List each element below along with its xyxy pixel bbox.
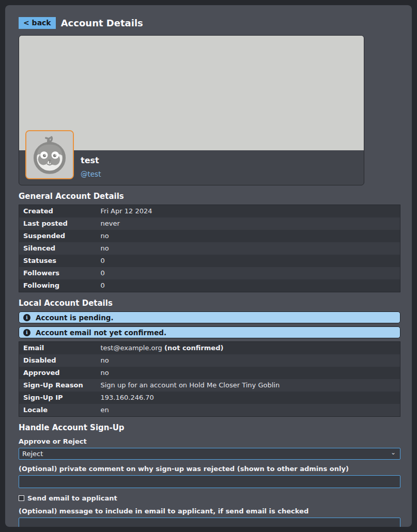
table-row: Created Fri Apr 12 2024 — [19, 205, 400, 218]
row-value: no — [97, 242, 400, 255]
titlebar: < back Account Details — [19, 17, 398, 29]
table-row: Following 0 — [19, 279, 400, 292]
row-value: Fri Apr 12 2024 — [97, 205, 400, 218]
table-row: Suspended no — [19, 230, 400, 242]
notice-email-unconfirmed: i Account email not yet confirmed. — [19, 326, 400, 338]
row-label: Statuses — [19, 255, 97, 267]
table-row: Silenced no — [19, 242, 400, 255]
signup-section-heading: Handle Account Sign-Up — [19, 423, 398, 432]
notice-text: Account is pending. — [36, 314, 114, 322]
table-row: Sign-Up IP 193.160.246.70 — [19, 392, 400, 404]
row-label: Suspended — [19, 230, 97, 242]
local-section-heading: Local Account Details — [19, 299, 398, 308]
row-value: never — [97, 217, 400, 230]
table-row: Followers 0 — [19, 267, 400, 279]
notice-text: Account email not yet confirmed. — [36, 328, 166, 337]
local-account-table: Email test@example.org (not confirmed) D… — [19, 341, 400, 417]
general-account-table: Created Fri Apr 12 2024 Last posted neve… — [19, 205, 400, 292]
table-row: Email test@example.org (not confirmed) — [19, 342, 400, 355]
row-value: test@example.org (not confirmed) — [97, 342, 400, 355]
row-label: Created — [19, 205, 97, 218]
email-message-input[interactable] — [19, 518, 400, 527]
row-label: Approved — [19, 367, 97, 379]
account-handle[interactable]: @test — [81, 170, 364, 178]
page-title: Account Details — [61, 18, 143, 28]
notice-account-pending: i Account is pending. — [19, 311, 400, 323]
not-confirmed-flag: (not confirmed) — [164, 344, 223, 352]
row-label: Last posted — [19, 217, 97, 230]
row-value: no — [97, 354, 400, 367]
approve-or-reject-label: Approve or Reject — [19, 437, 398, 445]
row-value: no — [97, 367, 400, 379]
sloth-avatar-icon — [26, 131, 73, 178]
private-comment-label: (Optional) private comment on why sign-u… — [19, 465, 398, 473]
row-value: no — [97, 230, 400, 242]
send-email-row: Send email to applicant — [19, 494, 398, 502]
info-icon: i — [23, 329, 30, 336]
table-row: Sign-Up Reason Sign up for an account on… — [19, 379, 400, 392]
approve-or-reject-select[interactable]: Reject — [19, 448, 400, 460]
row-value: 0 — [97, 255, 400, 267]
general-section-heading: General Account Details — [19, 192, 398, 201]
display-name: test — [81, 155, 364, 165]
back-button[interactable]: < back — [19, 17, 56, 29]
row-label: Disabled — [19, 354, 97, 367]
row-value: Sign up for an account on Hold Me Closer… — [97, 379, 400, 392]
send-email-label: Send email to applicant — [27, 494, 117, 502]
table-row: Locale en — [19, 404, 400, 417]
row-label: Sign-Up Reason — [19, 379, 97, 392]
avatar[interactable] — [25, 130, 74, 179]
table-row: Statuses 0 — [19, 255, 400, 267]
table-row: Approved no — [19, 367, 400, 379]
email-message-label: (Optional) message to include in email t… — [19, 507, 398, 515]
send-email-checkbox[interactable] — [19, 495, 24, 501]
row-value: 0 — [97, 279, 400, 292]
table-row: Last posted never — [19, 217, 400, 230]
row-label: Followers — [19, 267, 97, 279]
row-value: en — [97, 404, 400, 417]
account-details-panel: < back Account Details — [5, 5, 412, 527]
approve-select-wrap: Reject ⌄ — [19, 448, 400, 460]
profile-card: test @test — [19, 35, 364, 185]
row-value: 193.160.246.70 — [97, 392, 400, 404]
row-label: Following — [19, 279, 97, 292]
table-row: Disabled no — [19, 354, 400, 367]
private-comment-input[interactable] — [19, 475, 400, 488]
info-icon: i — [23, 314, 30, 321]
row-label: Silenced — [19, 242, 97, 255]
row-label: Sign-Up IP — [19, 392, 97, 404]
row-value: 0 — [97, 267, 400, 279]
row-label: Email — [19, 342, 97, 355]
row-label: Locale — [19, 404, 97, 417]
